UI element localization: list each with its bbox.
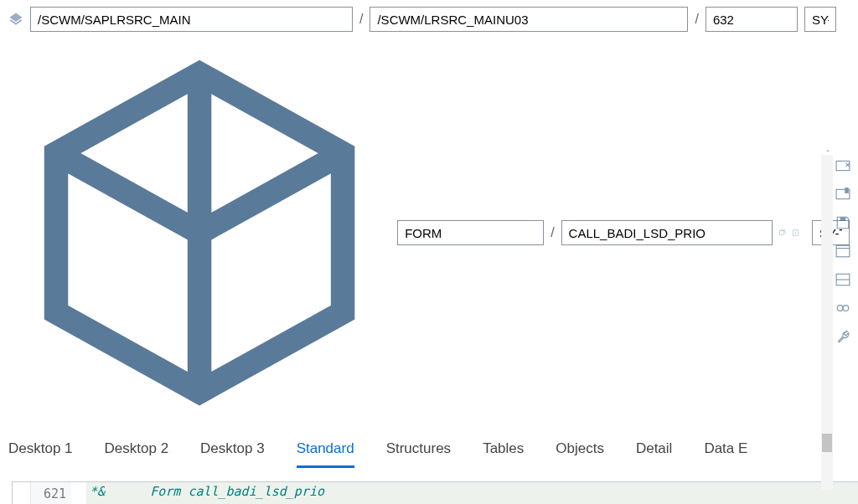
object-type-field[interactable] bbox=[397, 220, 544, 245]
tab-detail[interactable]: Detail bbox=[636, 440, 672, 468]
tool-bookmark-icon[interactable] bbox=[835, 187, 850, 202]
line-numbers: 6216226236246256266276286296306316326336… bbox=[31, 482, 71, 504]
tool-close-icon[interactable] bbox=[835, 158, 850, 173]
navigate-icon[interactable] bbox=[779, 226, 785, 239]
code-editor: 6216226236246256266276286296306316326336… bbox=[12, 481, 858, 504]
scroll-thumb[interactable] bbox=[822, 434, 832, 452]
code-line-622[interactable]: *&--------------------------------------… bbox=[86, 501, 858, 504]
svg-rect-7 bbox=[840, 217, 846, 221]
tab-desktop-1[interactable]: Desktop 1 bbox=[8, 440, 73, 468]
sep: / bbox=[695, 12, 698, 27]
svg-rect-6 bbox=[845, 188, 849, 193]
tab-objects[interactable]: Objects bbox=[556, 440, 604, 468]
routine-field[interactable] bbox=[561, 220, 773, 245]
header-row1: / / bbox=[0, 0, 858, 39]
svg-rect-4 bbox=[836, 161, 850, 170]
program-field[interactable] bbox=[30, 7, 353, 32]
sep: / bbox=[550, 225, 554, 240]
tool-save-icon[interactable] bbox=[835, 215, 850, 230]
svg-point-13 bbox=[843, 306, 849, 311]
include-field[interactable] bbox=[370, 7, 688, 32]
info-icon[interactable]: i bbox=[793, 226, 799, 239]
cube-icon bbox=[8, 42, 390, 424]
tab-bar: Desktop 1Desktop 2Desktop 3StandardStruc… bbox=[0, 432, 858, 470]
side-toolbar bbox=[833, 158, 853, 344]
fold-column: ⊟⊟ bbox=[71, 482, 86, 504]
layer-icon bbox=[8, 12, 23, 27]
svg-point-12 bbox=[837, 306, 843, 311]
tab-desktop-3[interactable]: Desktop 3 bbox=[200, 440, 265, 468]
vertical-scrollbar[interactable] bbox=[821, 155, 833, 490]
code-area[interactable]: ✖ *& Form call_badi_lsd_prio*&----------… bbox=[86, 482, 858, 504]
tab-data-e[interactable]: Data E bbox=[704, 440, 747, 468]
margin-col bbox=[13, 482, 31, 504]
tab-standard[interactable]: Standard bbox=[297, 440, 354, 468]
sy-field-1[interactable] bbox=[804, 7, 836, 32]
tab-tables[interactable]: Tables bbox=[483, 440, 524, 468]
tool-window-icon[interactable] bbox=[835, 244, 850, 259]
tab-structures[interactable]: Structures bbox=[386, 440, 451, 468]
svg-text:i: i bbox=[795, 230, 796, 235]
code-line-621[interactable]: *& Form call_badi_lsd_prio bbox=[86, 482, 858, 501]
tool-link-icon[interactable] bbox=[835, 301, 850, 316]
tool-layout-icon[interactable] bbox=[835, 272, 850, 287]
tab-desktop-2[interactable]: Desktop 2 bbox=[105, 440, 169, 468]
svg-rect-0 bbox=[780, 231, 784, 235]
tool-wrench-icon[interactable] bbox=[835, 329, 850, 344]
line-field[interactable] bbox=[706, 7, 798, 32]
sep: / bbox=[359, 12, 363, 27]
header-row2: / i bbox=[0, 39, 858, 432]
svg-rect-8 bbox=[836, 245, 850, 257]
